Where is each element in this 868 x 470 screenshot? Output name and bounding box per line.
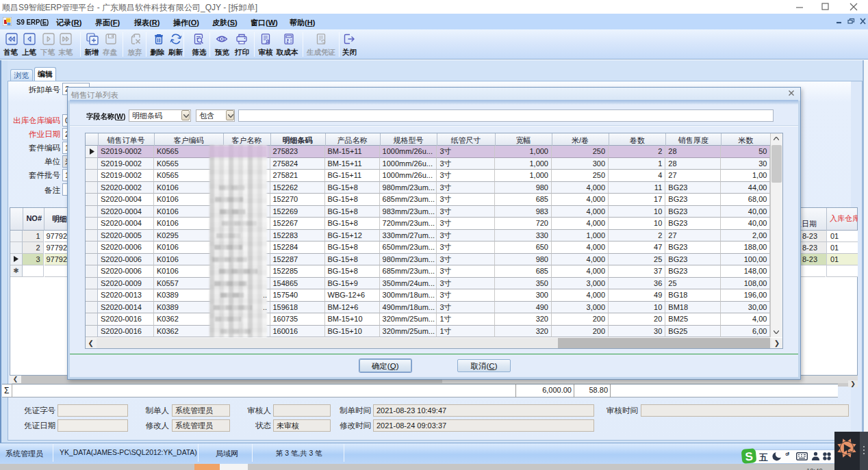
svg-text:S: S <box>745 450 754 464</box>
